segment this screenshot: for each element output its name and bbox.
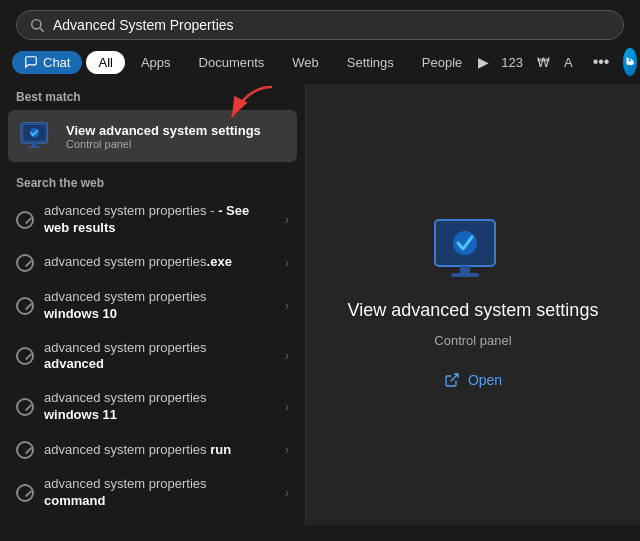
- bing-icon: [623, 55, 637, 69]
- chevron-right-icon: ›: [285, 486, 289, 500]
- list-item[interactable]: advanced system propertiescommand ›: [4, 468, 301, 518]
- chevron-right-icon: ›: [285, 213, 289, 227]
- preview-title: View advanced system settings: [348, 300, 599, 321]
- tab-web-label: Web: [292, 55, 319, 70]
- svg-rect-6: [32, 143, 37, 146]
- tab-chat-label: Chat: [43, 55, 70, 70]
- web-item-text: advanced system propertieswindows 10: [44, 289, 275, 323]
- tab-web[interactable]: Web: [280, 51, 331, 74]
- best-match-subtitle: Control panel: [66, 138, 285, 150]
- tab-documents[interactable]: Documents: [187, 51, 277, 74]
- chat-icon: [24, 55, 38, 69]
- chevron-right-icon: ›: [285, 299, 289, 313]
- best-match-item[interactable]: View advanced system settings Control pa…: [8, 110, 297, 162]
- tab-apps-label: Apps: [141, 55, 171, 70]
- tab-settings-label: Settings: [347, 55, 394, 70]
- list-item[interactable]: advanced system propertieswindows 10 ›: [4, 281, 301, 331]
- preview-subtitle: Control panel: [434, 333, 511, 348]
- search-result-icon: [16, 211, 34, 229]
- svg-rect-13: [451, 273, 479, 277]
- svg-rect-7: [28, 146, 40, 148]
- web-item-text: advanced system propertieswindows 11: [44, 390, 275, 424]
- tab-chat[interactable]: Chat: [12, 51, 82, 74]
- open-label: Open: [468, 372, 502, 388]
- tab-settings[interactable]: Settings: [335, 51, 406, 74]
- chevron-right-icon: ›: [285, 349, 289, 363]
- chevron-right-icon: ›: [285, 256, 289, 270]
- web-item-text: advanced system properties.exe: [44, 254, 275, 271]
- svg-line-14: [451, 374, 458, 381]
- bing-button[interactable]: [623, 48, 637, 76]
- search-input[interactable]: [53, 17, 611, 33]
- tab-people-label: People: [422, 55, 462, 70]
- search-result-icon: [16, 347, 34, 365]
- search-bar: [16, 10, 624, 40]
- chevron-right-icon: ›: [285, 400, 289, 414]
- tab-documents-label: Documents: [199, 55, 265, 70]
- search-icon: [29, 17, 45, 33]
- list-item[interactable]: advanced system propertiesadvanced ›: [4, 332, 301, 382]
- tab-123: 123: [493, 51, 531, 74]
- svg-point-0: [32, 20, 41, 29]
- search-result-icon: [16, 441, 34, 459]
- search-result-icon: [16, 398, 34, 416]
- monitor-icon: [20, 104, 56, 169]
- preview-monitor-icon: [433, 218, 513, 288]
- list-item[interactable]: advanced system properties.exe ›: [4, 246, 301, 280]
- web-item-text: advanced system propertiesadvanced: [44, 340, 275, 374]
- more-button[interactable]: •••: [585, 49, 618, 75]
- tab-apps[interactable]: Apps: [129, 51, 183, 74]
- preview-icon: [433, 218, 513, 288]
- left-panel: Best match View adv: [0, 84, 305, 525]
- annotation-arrow: [217, 84, 282, 127]
- web-item-text: advanced system propertiescommand: [44, 476, 275, 510]
- list-item[interactable]: advanced system properties run ›: [4, 433, 301, 467]
- play-button[interactable]: ▶: [478, 49, 489, 75]
- web-item-text: advanced system properties run: [44, 442, 275, 459]
- tab-all-label: All: [98, 55, 112, 70]
- search-result-icon: [16, 297, 34, 315]
- search-result-icon: [16, 254, 34, 272]
- svg-rect-12: [460, 266, 470, 273]
- open-link-icon: [444, 372, 460, 388]
- tab-a: A: [556, 51, 581, 74]
- currency-icon: ₩: [535, 51, 552, 74]
- svg-line-1: [40, 28, 44, 32]
- list-item[interactable]: advanced system properties - - See web r…: [4, 195, 301, 245]
- search-result-icon: [16, 484, 34, 502]
- web-item-text: advanced system properties - - See web r…: [44, 203, 275, 237]
- tab-all[interactable]: All: [86, 51, 124, 74]
- main-content: Best match View adv: [0, 84, 640, 525]
- tab-people[interactable]: People: [410, 51, 474, 74]
- best-match-icon: [20, 118, 56, 154]
- filter-tabs: Chat All Apps Documents Web Settings Peo…: [0, 48, 640, 84]
- chevron-right-icon: ›: [285, 443, 289, 457]
- open-button[interactable]: Open: [436, 368, 510, 392]
- search-web-label: Search the web: [0, 170, 305, 194]
- list-item[interactable]: advanced system propertieswindows 11 ›: [4, 382, 301, 432]
- right-panel: View advanced system settings Control pa…: [306, 84, 640, 525]
